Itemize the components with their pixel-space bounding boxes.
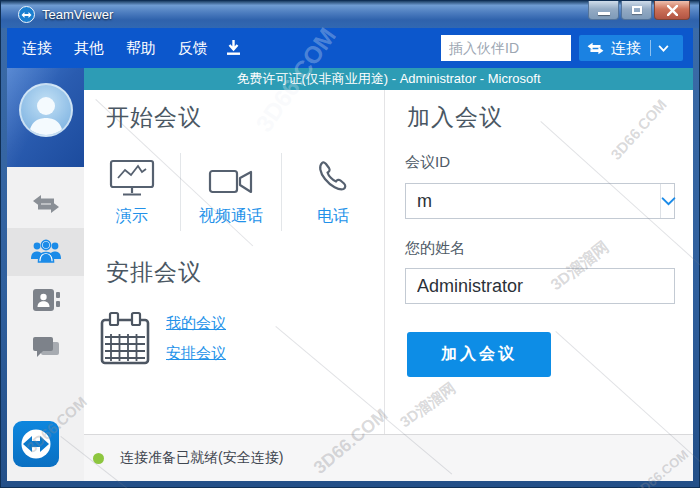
sidebar-item-meeting[interactable] — [7, 228, 84, 276]
schedule-meeting-title: 安排会议 — [106, 257, 384, 288]
join-meeting-title: 加入会议 — [407, 102, 693, 133]
join-meeting-button[interactable]: 加入会议 — [407, 332, 551, 377]
window-title: TeamViewer — [42, 7, 113, 22]
avatar — [19, 83, 73, 137]
host-meeting-panel: 开始会议 演示 — [84, 90, 385, 434]
join-meeting-panel: 加入会议 会议ID 您的姓名 加入会议 — [385, 90, 693, 434]
menu-bar: 连接 其他 帮助 反馈 连接 — [7, 28, 693, 68]
partner-id-input[interactable] — [441, 35, 571, 61]
maximize-icon — [632, 6, 642, 14]
status-bar: 连接准备已就绪(安全连接) — [84, 434, 693, 481]
calendar-icon — [99, 310, 151, 366]
maximize-button[interactable] — [621, 1, 652, 20]
minimize-icon — [598, 12, 610, 15]
option-video-call[interactable]: 视频通话 — [181, 153, 283, 231]
contacts-icon — [32, 288, 60, 312]
connection-status-text: 连接准备已就绪(安全连接) — [120, 449, 283, 467]
sidebar-item-contacts[interactable] — [7, 276, 84, 324]
connect-button[interactable]: 连接 — [579, 35, 683, 61]
sidebar — [7, 68, 84, 481]
menu-extras[interactable]: 其他 — [63, 28, 115, 68]
option-phone[interactable]: 电话 — [282, 153, 384, 231]
title-bar: TeamViewer — [1, 1, 699, 28]
your-name-label: 您的姓名 — [405, 239, 693, 258]
connect-button-label: 连接 — [611, 39, 641, 58]
your-name-input[interactable] — [405, 268, 675, 304]
meeting-options: 演示 视频通话 — [84, 153, 384, 231]
my-meetings-link[interactable]: 我的会议 — [166, 314, 226, 333]
license-banner-text: 免费许可证(仅非商业用途) - Administrator - Microsof… — [236, 70, 540, 88]
presentation-monitor-icon — [109, 159, 155, 197]
phone-icon — [314, 159, 352, 197]
sidebar-item-chat[interactable] — [7, 324, 84, 372]
meeting-id-label: 会议ID — [405, 153, 693, 172]
sidebar-item-remote-control[interactable] — [7, 180, 84, 228]
meeting-id-input[interactable] — [406, 184, 660, 218]
remote-arrows-icon — [586, 42, 605, 55]
license-banner: 免费许可证(仅非商业用途) - Administrator - Microsof… — [84, 68, 693, 90]
connect-dropdown-button[interactable] — [651, 45, 676, 52]
remote-control-icon — [31, 194, 61, 214]
download-icon[interactable] — [226, 40, 241, 57]
meeting-id-combobox — [405, 183, 675, 219]
menu-help[interactable]: 帮助 — [115, 28, 167, 68]
chevron-down-icon — [661, 197, 676, 206]
menu-connect[interactable]: 连接 — [11, 28, 63, 68]
video-camera-icon — [208, 167, 254, 197]
teamviewer-logo-icon[interactable] — [18, 6, 35, 23]
option-label: 电话 — [317, 206, 349, 227]
option-presentation[interactable]: 演示 — [84, 153, 181, 231]
meeting-people-icon — [30, 239, 62, 265]
minimize-button[interactable] — [588, 1, 619, 20]
option-label: 演示 — [116, 206, 148, 227]
menu-feedback[interactable]: 反馈 — [167, 28, 219, 68]
account-panel[interactable] — [7, 68, 84, 167]
chat-icon — [32, 336, 60, 360]
option-label: 视频通话 — [199, 206, 263, 227]
start-meeting-title: 开始会议 — [106, 102, 384, 133]
close-icon — [667, 5, 678, 16]
close-button[interactable] — [654, 1, 690, 20]
meeting-id-dropdown-button[interactable] — [660, 184, 676, 218]
teamviewer-brand-logo — [13, 421, 59, 467]
schedule-meeting-link[interactable]: 安排会议 — [166, 344, 226, 363]
teamviewer-window: 3D66.COM 3D66.COM 3D溜溜网 3D66.COM 3D溜溜网 3… — [0, 0, 700, 488]
chevron-down-icon — [658, 45, 669, 52]
connection-status-dot — [93, 453, 104, 464]
